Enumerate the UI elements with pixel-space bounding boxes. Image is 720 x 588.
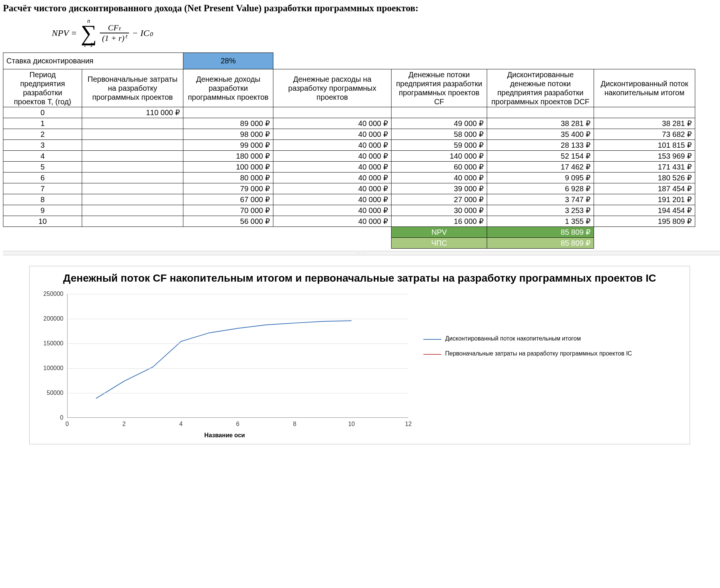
cell[interactable]: 5 (3, 162, 82, 172)
table-row[interactable]: 399 000 ₽40 000 ₽59 000 ₽28 133 ₽101 815… (3, 140, 695, 151)
cell[interactable]: 7 (3, 183, 82, 194)
cell[interactable]: 1 (3, 118, 82, 129)
cell[interactable]: 35 400 ₽ (487, 129, 594, 140)
cell[interactable]: 180 000 ₽ (183, 151, 273, 162)
cell[interactable]: 2 (3, 129, 82, 140)
cell[interactable]: 140 000 ₽ (392, 151, 487, 162)
table-row[interactable]: 779 000 ₽40 000 ₽39 000 ₽6 928 ₽187 454 … (3, 183, 695, 194)
cell[interactable]: 28 133 ₽ (487, 140, 594, 151)
cell[interactable]: 60 000 ₽ (392, 162, 487, 172)
cell[interactable]: 101 815 ₽ (594, 140, 695, 151)
cell[interactable] (82, 172, 183, 183)
cell[interactable]: 40 000 ₽ (273, 129, 392, 140)
fraction-denominator: (1 + r)ᵗ (100, 33, 129, 43)
cell[interactable]: 52 154 ₽ (487, 151, 594, 162)
table-row[interactable]: 5100 000 ₽40 000 ₽60 000 ₽17 462 ₽171 43… (3, 162, 695, 172)
cell[interactable]: 80 000 ₽ (183, 172, 273, 183)
cell[interactable]: 1 355 ₽ (487, 216, 594, 227)
cell[interactable]: 59 000 ₽ (392, 140, 487, 151)
cell[interactable]: 49 000 ₽ (392, 118, 487, 129)
cell[interactable]: 89 000 ₽ (183, 118, 273, 129)
col-ic: Первоначальные затраты на разработку про… (82, 69, 183, 107)
cell[interactable]: 98 000 ₽ (183, 129, 273, 140)
cell[interactable]: 9 (3, 205, 82, 216)
cell[interactable]: 30 000 ₽ (392, 205, 487, 216)
cell[interactable] (82, 216, 183, 227)
cell[interactable]: 40 000 ₽ (273, 118, 392, 129)
cell[interactable]: 6 (3, 172, 82, 183)
cell[interactable]: 58 000 ₽ (392, 129, 487, 140)
sigma-icon: ∑ (81, 24, 97, 42)
cell[interactable]: 171 431 ₽ (594, 162, 695, 172)
cell[interactable]: 38 281 ₽ (487, 118, 594, 129)
table-row[interactable]: 867 000 ₽40 000 ₽27 000 ₽3 747 ₽191 201 … (3, 194, 695, 205)
cell[interactable]: 16 000 ₽ (392, 216, 487, 227)
cell[interactable]: 3 (3, 140, 82, 151)
discount-rate-value[interactable]: 28% (183, 53, 273, 69)
table-row[interactable]: 189 000 ₽40 000 ₽49 000 ₽38 281 ₽38 281 … (3, 118, 695, 129)
col-income: Денежные доходы разработки программных п… (183, 69, 273, 107)
cell[interactable]: 153 969 ₽ (594, 151, 695, 162)
cell[interactable] (82, 162, 183, 172)
cell[interactable]: 110 000 ₽ (82, 107, 183, 118)
cell[interactable]: 73 682 ₽ (594, 129, 695, 140)
chps-label: ЧПС (392, 238, 487, 249)
cell[interactable]: 99 000 ₽ (183, 140, 273, 151)
cell[interactable]: 3 253 ₽ (487, 205, 594, 216)
cell[interactable]: 40 000 ₽ (392, 172, 487, 183)
cell[interactable] (82, 118, 183, 129)
table-row[interactable]: 4180 000 ₽40 000 ₽140 000 ₽52 154 ₽153 9… (3, 151, 695, 162)
cell[interactable] (82, 183, 183, 194)
cell[interactable]: 180 526 ₽ (594, 172, 695, 183)
cell[interactable]: 70 000 ₽ (183, 205, 273, 216)
cell[interactable]: 38 281 ₽ (594, 118, 695, 129)
cell[interactable]: 3 747 ₽ (487, 194, 594, 205)
cell[interactable]: 39 000 ₽ (392, 183, 487, 194)
cell[interactable] (82, 129, 183, 140)
cell[interactable]: 0 (3, 107, 82, 118)
cell[interactable]: 4 (3, 151, 82, 162)
cell[interactable]: 79 000 ₽ (183, 183, 273, 194)
cell[interactable]: 40 000 ₽ (273, 162, 392, 172)
cell[interactable]: 40 000 ₽ (273, 194, 392, 205)
cell[interactable]: 10 (3, 216, 82, 227)
table-row[interactable]: 680 000 ₽40 000 ₽40 000 ₽9 095 ₽180 526 … (3, 172, 695, 183)
cell[interactable]: 56 000 ₽ (183, 216, 273, 227)
table-row[interactable]: 0110 000 ₽ (3, 107, 695, 118)
split-handle[interactable]: ···· (3, 251, 720, 255)
cell[interactable] (392, 107, 487, 118)
cell[interactable]: 17 462 ₽ (487, 162, 594, 172)
cell[interactable]: 40 000 ₽ (273, 140, 392, 151)
cell[interactable]: 8 (3, 194, 82, 205)
cell[interactable]: 187 454 ₽ (594, 183, 695, 194)
cell[interactable]: 9 095 ₽ (487, 172, 594, 183)
cell[interactable] (487, 107, 594, 118)
cell[interactable]: 40 000 ₽ (273, 151, 392, 162)
cell[interactable]: 40 000 ₽ (273, 172, 392, 183)
cell[interactable] (82, 205, 183, 216)
cell[interactable]: 40 000 ₽ (273, 216, 392, 227)
cell[interactable] (273, 107, 392, 118)
cell[interactable] (82, 140, 183, 151)
y-tick-label: 150000 (37, 340, 63, 347)
table-row[interactable]: 298 000 ₽40 000 ₽58 000 ₽35 400 ₽73 682 … (3, 129, 695, 140)
cell[interactable]: 100 000 ₽ (183, 162, 273, 172)
legend-item-1: Дисконтированный поток накопительным ито… (423, 335, 632, 342)
cell[interactable]: 40 000 ₽ (273, 183, 392, 194)
cell[interactable] (82, 194, 183, 205)
cell[interactable]: 194 454 ₽ (594, 205, 695, 216)
cell[interactable] (183, 107, 273, 118)
table-row[interactable]: 970 000 ₽40 000 ₽30 000 ₽3 253 ₽194 454 … (3, 205, 695, 216)
col-dcf: Дисконтированные денежные потоки предпри… (487, 69, 594, 107)
cell[interactable]: 191 201 ₽ (594, 194, 695, 205)
cell[interactable] (82, 151, 183, 162)
legend-label-2: Первоначальные затраты на разработку про… (445, 350, 632, 357)
cell[interactable] (594, 107, 695, 118)
cell[interactable]: 27 000 ₽ (392, 194, 487, 205)
cell[interactable]: 6 928 ₽ (487, 183, 594, 194)
cell[interactable]: 67 000 ₽ (183, 194, 273, 205)
cell[interactable]: 40 000 ₽ (273, 205, 392, 216)
cell[interactable]: 195 809 ₽ (594, 216, 695, 227)
chart-plot: Название оси 050000100000150000200000250… (37, 290, 412, 440)
table-row[interactable]: 1056 000 ₽40 000 ₽16 000 ₽1 355 ₽195 809… (3, 216, 695, 227)
